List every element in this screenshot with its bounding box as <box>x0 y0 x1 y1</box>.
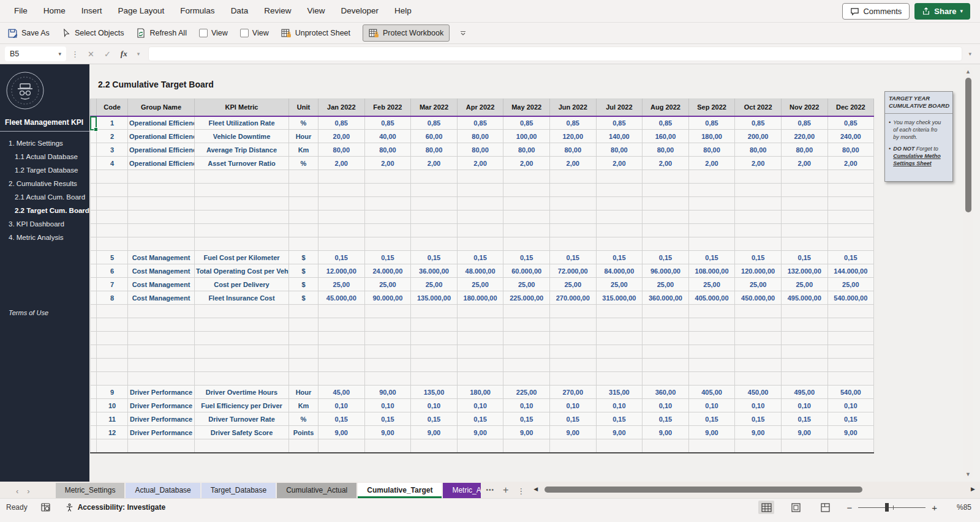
cell-value-jun-2022[interactable]: 25,00 <box>549 278 596 291</box>
cell-value-nov-2022[interactable]: 0,10 <box>781 399 827 412</box>
empty-cell[interactable] <box>735 197 782 211</box>
empty-cell[interactable] <box>643 184 689 197</box>
protect-workbook-button[interactable]: Protect Workbook <box>363 24 450 42</box>
empty-cell[interactable] <box>503 318 550 332</box>
cell-value-dec-2022[interactable]: 0,15 <box>827 412 874 426</box>
cell-value-mar-2022[interactable]: 0,15 <box>411 251 458 264</box>
cell-value-jun-2022[interactable]: 80,00 <box>549 143 596 157</box>
cell-value-apr-2022[interactable]: 0,15 <box>457 412 503 426</box>
empty-cell[interactable] <box>503 237 550 251</box>
empty-cell[interactable] <box>128 170 195 184</box>
empty-cell[interactable] <box>128 318 195 332</box>
empty-cell[interactable] <box>827 345 874 359</box>
unprotect-sheet-button[interactable]: Unprotect Sheet <box>281 24 350 42</box>
cell-value-may-2022[interactable]: 9,00 <box>503 426 550 439</box>
cell-kpi-metric[interactable]: Driver Turnover Rate <box>195 412 289 426</box>
empty-cell[interactable] <box>289 184 318 197</box>
empty-cell[interactable] <box>457 372 503 386</box>
empty-cell[interactable] <box>411 332 458 345</box>
cell-value-jun-2022[interactable]: 270,00 <box>549 386 596 399</box>
name-box[interactable]: B5 ▾ <box>5 47 66 61</box>
header-cell-kpi-metric[interactable]: KPI Metric <box>195 99 289 116</box>
empty-cell[interactable] <box>735 318 782 332</box>
cell-value-may-2022[interactable]: 0,10 <box>503 399 550 412</box>
cell-value-sep-2022[interactable]: 405.000,00 <box>688 291 735 305</box>
cell-value-jul-2022[interactable]: 84.000,00 <box>596 264 643 278</box>
sheet-tab-metric-a[interactable]: Metric_A <box>443 483 481 498</box>
cell-value-aug-2022[interactable]: 160,00 <box>643 130 689 143</box>
cell-value-mar-2022[interactable]: 135.000,00 <box>411 291 458 305</box>
cell-value-sep-2022[interactable]: 405,00 <box>688 386 735 399</box>
cell-value-sep-2022[interactable]: 0,10 <box>688 399 735 412</box>
empty-cell[interactable] <box>549 439 596 453</box>
empty-cell[interactable] <box>318 345 365 359</box>
empty-cell[interactable] <box>97 237 128 251</box>
empty-cell[interactable] <box>128 197 195 211</box>
cell-value-feb-2022[interactable]: 0,15 <box>364 412 411 426</box>
empty-cell[interactable] <box>503 197 550 211</box>
empty-cell[interactable] <box>318 237 365 251</box>
terms-of-use-link[interactable]: Terms of Use <box>0 309 89 482</box>
empty-cell[interactable] <box>457 170 503 184</box>
empty-cell[interactable] <box>827 184 874 197</box>
empty-cell[interactable] <box>195 332 289 345</box>
cell-value-aug-2022[interactable]: 2,00 <box>643 157 689 170</box>
sidebar-item-1-1-actual-database[interactable]: 1.1 Actual Database <box>0 150 89 163</box>
empty-cell[interactable] <box>289 359 318 372</box>
empty-cell[interactable] <box>411 237 458 251</box>
empty-cell[interactable] <box>596 184 643 197</box>
empty-cell[interactable] <box>364 305 411 318</box>
cell-value-dec-2022[interactable]: 144.000,00 <box>827 264 874 278</box>
empty-cell[interactable] <box>549 305 596 318</box>
cell-value-may-2022[interactable]: 0,15 <box>503 251 550 264</box>
cell-value-mar-2022[interactable]: 0,15 <box>411 412 458 426</box>
empty-cell[interactable] <box>97 224 128 237</box>
empty-cell[interactable] <box>289 197 318 211</box>
cell-group-name[interactable]: Driver Performance <box>128 426 195 439</box>
empty-cell[interactable] <box>318 359 365 372</box>
empty-cell[interactable] <box>549 345 596 359</box>
cell-code[interactable]: 9 <box>97 386 128 399</box>
empty-cell[interactable] <box>318 439 365 453</box>
menu-insert[interactable]: Insert <box>74 0 110 22</box>
header-cell-mar-2022[interactable]: Mar 2022 <box>411 99 458 116</box>
empty-cell[interactable] <box>411 372 458 386</box>
empty-cell[interactable] <box>735 237 782 251</box>
cell-code[interactable]: 2 <box>97 130 128 143</box>
cell-selector-column[interactable] <box>91 291 97 305</box>
cell-value-mar-2022[interactable]: 80,00 <box>411 143 458 157</box>
formulabar-expand-icon[interactable]: ▾ <box>965 51 975 57</box>
empty-cell[interactable] <box>289 439 318 453</box>
empty-cell[interactable] <box>128 439 195 453</box>
empty-cell[interactable] <box>688 318 735 332</box>
empty-cell[interactable] <box>827 318 874 332</box>
empty-cell[interactable] <box>596 197 643 211</box>
empty-cell[interactable] <box>97 318 128 332</box>
cell-value-dec-2022[interactable]: 0,15 <box>827 251 874 264</box>
cell-selector-column[interactable] <box>91 264 97 278</box>
cell-unit[interactable]: Hour <box>289 130 318 143</box>
empty-cell[interactable] <box>549 359 596 372</box>
empty-cell[interactable] <box>128 359 195 372</box>
sheet-tab-cumulative-actual[interactable]: Cumulative_Actual <box>277 483 356 498</box>
cell-value-nov-2022[interactable]: 132.000,00 <box>781 264 827 278</box>
cell-unit[interactable]: $ <box>289 251 318 264</box>
menu-help[interactable]: Help <box>386 0 420 22</box>
page-layout-view-button[interactable] <box>788 501 804 514</box>
empty-cell[interactable] <box>781 372 827 386</box>
empty-cell[interactable] <box>289 318 318 332</box>
empty-cell[interactable] <box>735 372 782 386</box>
empty-cell[interactable] <box>596 359 643 372</box>
empty-cell[interactable] <box>549 224 596 237</box>
header-cell-apr-2022[interactable]: Apr 2022 <box>457 99 503 116</box>
empty-cell[interactable] <box>195 197 289 211</box>
empty-cell[interactable] <box>827 372 874 386</box>
accessibility-status[interactable]: Accessibility: Investigate <box>65 503 165 512</box>
zoom-in-button[interactable]: + <box>932 502 937 513</box>
cell-value-sep-2022[interactable]: 2,00 <box>688 157 735 170</box>
empty-cell[interactable] <box>97 372 128 386</box>
sheet-tab-cumulative-target[interactable]: Cumulative_Target <box>358 483 442 498</box>
horizontal-scrollbar[interactable]: ◀ ▶ <box>533 482 975 498</box>
cell-group-name[interactable]: Driver Performance <box>128 386 195 399</box>
empty-cell[interactable] <box>364 211 411 224</box>
